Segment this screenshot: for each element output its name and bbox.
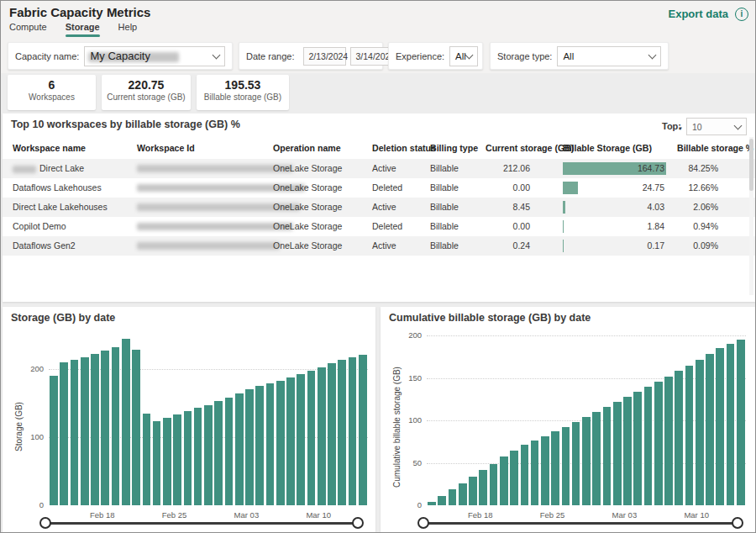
chart-bar[interactable] (276, 381, 285, 505)
chart-bar[interactable] (592, 412, 601, 505)
chart-bar[interactable] (562, 427, 570, 505)
chart-bar[interactable] (696, 360, 704, 505)
date-start-input[interactable]: 2/13/2024 (303, 47, 346, 66)
chart-bar[interactable] (541, 436, 549, 505)
column-header-billable-storage-gb-[interactable]: Billable Storage (GB) (563, 139, 655, 158)
slider-handle-right[interactable] (732, 517, 743, 529)
table-row[interactable]: Copilot DemoOneLake StorageDeletedBillab… (3, 217, 755, 236)
chart-bar[interactable] (122, 339, 130, 505)
column-header-billable-storage-[interactable]: Billable storage % (677, 139, 751, 158)
table-row[interactable]: Direct Lake LakehousesOneLake StorageAct… (3, 198, 755, 217)
chart-bar[interactable] (184, 411, 192, 506)
column-header-workspace-name[interactable]: Workspace name (13, 139, 135, 158)
billable-storage-cell: 1.84 (563, 217, 666, 236)
chart-bar[interactable] (91, 354, 99, 505)
chart-bar[interactable] (654, 382, 663, 505)
tab-help[interactable]: Help (118, 22, 138, 37)
table-scrollbar[interactable] (749, 137, 753, 295)
chart-bar[interactable] (266, 383, 275, 505)
chart-bar[interactable] (112, 347, 120, 505)
chart-bar[interactable] (359, 355, 367, 505)
chart-bar[interactable] (235, 393, 244, 505)
top-n-dropdown[interactable]: 10 (686, 118, 747, 135)
chart-bar[interactable] (479, 470, 487, 505)
chart-bar[interactable] (664, 377, 673, 506)
chart-bar[interactable] (245, 389, 254, 505)
chart-bar[interactable] (153, 421, 161, 505)
redacted-workspace-id (137, 242, 280, 250)
chart-bar[interactable] (50, 376, 58, 505)
chart-bar[interactable] (173, 414, 181, 506)
chart-bar[interactable] (737, 340, 745, 505)
chart-bar[interactable] (438, 496, 446, 505)
chart-bar[interactable] (551, 431, 559, 505)
chart-bar[interactable] (255, 386, 264, 505)
chart-bar[interactable] (81, 357, 89, 506)
info-icon[interactable]: i (735, 8, 748, 21)
chart-bar[interactable] (727, 344, 735, 505)
chart-bar[interactable] (469, 477, 477, 505)
chart-bar[interactable] (716, 348, 724, 505)
chart-bar[interactable] (613, 402, 622, 505)
chart-bar[interactable] (71, 360, 79, 505)
chart-bar[interactable] (194, 408, 202, 505)
column-header-operation-name[interactable]: Operation name (273, 139, 370, 158)
chart-bar[interactable] (531, 441, 539, 505)
chart-bar[interactable] (428, 502, 436, 505)
chart-bar[interactable] (706, 354, 714, 505)
billable-storage-databar (563, 220, 564, 233)
chart-bar[interactable] (623, 397, 632, 505)
chart-bar[interactable] (644, 387, 653, 505)
scrollbar-thumb[interactable] (749, 139, 753, 191)
table-row[interactable]: Direct LakeOneLake StorageActiveBillable… (3, 159, 755, 178)
chart-bar[interactable] (490, 464, 498, 506)
export-data-button[interactable]: Export data (668, 8, 728, 20)
slider-handle-left[interactable] (39, 517, 51, 529)
slider-handle-right[interactable] (352, 517, 364, 529)
chart-bar[interactable] (101, 351, 109, 505)
experience-dropdown[interactable]: All (449, 46, 478, 66)
chart-bar[interactable] (163, 418, 171, 505)
chart-bar[interactable] (459, 483, 467, 505)
chevron-down-icon (734, 122, 743, 130)
chart-bar[interactable] (449, 489, 457, 505)
chart-bar[interactable] (349, 357, 357, 505)
table-row[interactable]: Dataflows Gen2OneLake StorageActiveBilla… (3, 236, 755, 256)
chart-bar[interactable] (328, 363, 336, 505)
chart-bar[interactable] (214, 401, 223, 505)
chart-bar[interactable] (338, 360, 346, 505)
chart-bar[interactable] (60, 362, 68, 505)
chart-bar[interactable] (633, 392, 642, 505)
chart-bar[interactable] (500, 456, 508, 505)
slider-handle-left[interactable] (417, 517, 429, 529)
chart-bar[interactable] (603, 407, 612, 505)
sort-descending-icon[interactable]: ▼ (678, 126, 683, 131)
chart-bar[interactable] (582, 417, 591, 505)
chart-bar[interactable] (307, 371, 316, 505)
chart-bar[interactable] (685, 366, 694, 505)
chart-bar[interactable] (510, 451, 518, 505)
chart-bar[interactable] (521, 445, 529, 505)
billable-storage-value: 4.03 (648, 202, 666, 212)
slider-track[interactable] (423, 522, 738, 525)
chart-bar[interactable] (204, 405, 213, 505)
column-header-billing-type[interactable]: Billing type (430, 139, 486, 158)
table-row[interactable]: Dataflows LakehousesOneLake StorageDelet… (3, 178, 755, 198)
chart-bar[interactable] (572, 422, 580, 505)
chart-bar[interactable] (132, 350, 140, 505)
column-header-deletion-status[interactable]: Deletion status (372, 139, 429, 158)
column-header-current-storage-gb-[interactable]: Current storage (GB) (486, 139, 561, 158)
chart-bar[interactable] (297, 374, 305, 505)
slider-track[interactable] (45, 522, 358, 525)
chart-bar[interactable] (675, 371, 683, 505)
capacity-name-dropdown[interactable]: My Capacity (84, 46, 225, 66)
chart-bar[interactable] (143, 414, 151, 505)
chart-bar[interactable] (286, 377, 295, 505)
chart-bar[interactable] (225, 398, 234, 505)
tab-storage[interactable]: Storage (66, 22, 100, 37)
date-end-input[interactable]: 3/14/2024 (350, 47, 393, 66)
storage-type-dropdown[interactable]: All (557, 46, 661, 66)
chart-bar[interactable] (318, 367, 326, 505)
tab-compute[interactable]: Compute (9, 22, 47, 37)
deletion-status-cell: Active (372, 236, 429, 256)
